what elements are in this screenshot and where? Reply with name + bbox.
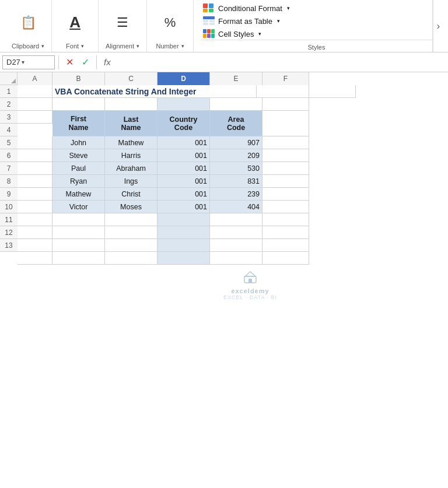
row-num-10: 10 (0, 201, 18, 213)
conditional-format-button[interactable]: Conditional Format ▾ (201, 2, 432, 14)
cell-E5[interactable]: 209 (210, 149, 262, 162)
cell-C9[interactable]: Moses (105, 201, 158, 213)
cell-F7[interactable] (262, 175, 309, 188)
cell-B6[interactable]: Paul (52, 162, 105, 175)
cell-F2[interactable] (262, 98, 309, 111)
cell-C8[interactable]: Christ (105, 188, 158, 201)
cell-B10[interactable] (52, 213, 105, 226)
format-as-table-button[interactable]: Format as Table ▾ (201, 15, 432, 27)
cell-F8[interactable] (262, 188, 309, 201)
number-button[interactable]: % (159, 13, 182, 33)
col-header-A[interactable]: A (18, 72, 52, 85)
cell-F6[interactable] (262, 162, 309, 175)
cell-A10[interactable] (18, 213, 52, 226)
cell-B11[interactable] (52, 226, 105, 239)
cell-E1[interactable] (257, 85, 309, 98)
col-header-B[interactable]: B (52, 72, 105, 85)
cell-B5[interactable]: Steve (52, 149, 105, 162)
col-header-D[interactable]: D (158, 72, 210, 85)
cell-E10[interactable] (210, 213, 262, 226)
cell-F9[interactable] (262, 201, 309, 213)
cell-E3[interactable]: AreaCode (210, 111, 262, 136)
cell-B1-title[interactable]: VBA Concatenate String And Integer (52, 85, 257, 98)
cell-D3[interactable]: CountryCode (158, 111, 210, 136)
watermark: exceldemy EXCEL · DATA · BI (52, 265, 448, 306)
cell-D12[interactable] (158, 239, 210, 252)
cell-B4[interactable]: John (52, 136, 105, 149)
cell-E11[interactable] (210, 226, 262, 239)
cell-F12[interactable] (262, 239, 309, 252)
cell-E12[interactable] (210, 239, 262, 252)
cell-C2[interactable] (105, 98, 158, 111)
cell-E6[interactable]: 530 (210, 162, 262, 175)
cell-C12[interactable] (105, 239, 158, 252)
cell-E2[interactable] (210, 98, 262, 111)
cell-F5[interactable] (262, 149, 309, 162)
cell-D4[interactable]: 001 (158, 136, 210, 149)
confirm-formula-button[interactable]: ✓ (78, 55, 93, 69)
cell-D5[interactable]: 001 (158, 149, 210, 162)
cell-A2[interactable] (18, 98, 52, 111)
cell-D13[interactable] (158, 252, 210, 265)
cell-E4[interactable]: 907 (210, 136, 262, 149)
cell-D7[interactable]: 001 (158, 175, 210, 188)
col-header-F[interactable]: F (262, 72, 309, 85)
cell-C6[interactable]: Abraham (105, 162, 158, 175)
cell-F1[interactable] (309, 85, 356, 98)
cell-C11[interactable] (105, 226, 158, 239)
cell-A5[interactable] (18, 149, 52, 162)
cell-F4[interactable] (262, 136, 309, 149)
cell-reference-box[interactable]: D27 ▾ (2, 55, 55, 69)
formula-input[interactable] (116, 55, 446, 69)
cell-B2[interactable] (52, 98, 105, 111)
cell-B8[interactable]: Mathew (52, 188, 105, 201)
styles-group-label: Styles (308, 44, 326, 51)
cell-B13[interactable] (52, 252, 105, 265)
clipboard-label: Clipboard (12, 43, 39, 50)
cell-D8[interactable]: 001 (158, 188, 210, 201)
cell-B12[interactable] (52, 239, 105, 252)
cell-F11[interactable] (262, 226, 309, 239)
cell-A8[interactable] (18, 188, 52, 201)
cell-E13[interactable] (210, 252, 262, 265)
cell-A4[interactable] (18, 136, 52, 149)
col-header-E[interactable]: E (210, 72, 262, 85)
cell-E9[interactable]: 404 (210, 201, 262, 213)
cell-A1[interactable] (18, 85, 52, 98)
table-row: Ryan Ings 001 831 (18, 175, 448, 188)
cell-A13[interactable] (18, 252, 52, 265)
cell-C13[interactable] (105, 252, 158, 265)
cell-A9[interactable] (18, 201, 52, 213)
cell-A3[interactable] (18, 111, 52, 124)
alignment-button[interactable]: ☰ (111, 13, 134, 33)
cell-D10[interactable] (158, 213, 210, 226)
cell-F10[interactable] (262, 213, 309, 226)
cell-styles-button[interactable]: Cell Styles ▾ (201, 28, 432, 40)
cell-B9[interactable]: Victor (52, 201, 105, 213)
cell-B3[interactable]: FirstName (52, 111, 105, 136)
font-button[interactable]: A (64, 11, 87, 34)
cell-F3[interactable] (262, 111, 309, 136)
cell-C3[interactable]: LastName (105, 111, 158, 136)
cell-A12[interactable] (18, 239, 52, 252)
cell-A7[interactable] (18, 175, 52, 188)
cell-C10[interactable] (105, 213, 158, 226)
fx-label: fx (100, 57, 114, 67)
ribbon-more-button[interactable]: › (433, 0, 443, 52)
cell-F13[interactable] (262, 252, 309, 265)
cell-D11[interactable] (158, 226, 210, 239)
cell-D2[interactable] (158, 98, 210, 111)
cell-E8[interactable]: 239 (210, 188, 262, 201)
cell-D6[interactable]: 001 (158, 162, 210, 175)
cell-C7[interactable]: Ings (105, 175, 158, 188)
cancel-formula-button[interactable]: ✕ (62, 55, 77, 69)
cell-D9[interactable]: 001 (158, 201, 210, 213)
cell-C4[interactable]: Mathew (105, 136, 158, 149)
cell-C5[interactable]: Harris (105, 149, 158, 162)
col-header-C[interactable]: C (105, 72, 158, 85)
cell-B7[interactable]: Ryan (52, 175, 105, 188)
clipboard-button[interactable]: 📋 (16, 14, 40, 31)
cell-A11[interactable] (18, 226, 52, 239)
cell-E7[interactable]: 831 (210, 175, 262, 188)
cell-A6[interactable] (18, 162, 52, 175)
